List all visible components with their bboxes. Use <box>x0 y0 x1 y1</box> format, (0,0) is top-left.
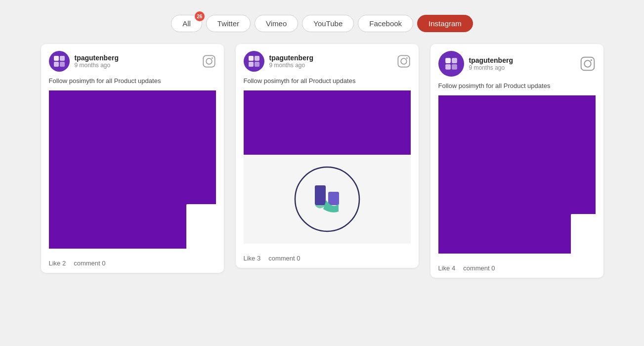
card-2-user: tpagutenberg 9 months ago <box>244 51 313 72</box>
card-1-flap <box>186 204 216 249</box>
svg-point-23 <box>590 59 592 61</box>
card-2-time: 9 months ago <box>269 62 313 69</box>
filter-youtube[interactable]: YouTube <box>302 15 354 32</box>
card-1-footer: Like 2 comment 0 <box>41 254 224 273</box>
card-2-image-bottom <box>244 155 411 244</box>
card-1-text: Follow posimyth for all Product updates <box>49 77 216 86</box>
card-3-time: 9 months ago <box>469 64 513 71</box>
card-3-username: tpagutenberg <box>469 56 513 64</box>
card-1-user-info: tpagutenberg 9 months ago <box>75 54 119 69</box>
card-1-user: tpagutenberg 9 months ago <box>49 51 119 72</box>
avatar-3 <box>438 51 464 77</box>
svg-point-6 <box>212 57 213 59</box>
instagram-icon-1 <box>202 54 216 68</box>
filter-vimeo-label: Vimeo <box>266 19 287 28</box>
svg-point-14 <box>295 167 359 231</box>
svg-point-22 <box>584 60 591 67</box>
card-1-image <box>49 90 216 249</box>
card-3-likes: Like 4 <box>438 264 456 272</box>
svg-rect-20 <box>452 64 457 70</box>
post-card-3: tpagutenberg 9 months ago Follow posimyt… <box>430 44 603 278</box>
post-card-1: tpagutenberg 9 months ago Follow posimyt… <box>41 44 224 273</box>
svg-rect-17 <box>445 58 451 63</box>
card-1-username: tpagutenberg <box>75 54 119 62</box>
cards-container: tpagutenberg 9 months ago Follow posimyt… <box>0 44 644 278</box>
card-1-header: tpagutenberg 9 months ago <box>41 44 224 77</box>
avatar-1 <box>49 51 70 72</box>
card-3-comments: comment 0 <box>463 264 495 272</box>
card-2-footer: Like 3 comment 0 <box>236 249 419 268</box>
card-2-comments: comment 0 <box>268 255 300 262</box>
svg-rect-15 <box>315 185 326 205</box>
filter-youtube-label: YouTube <box>313 19 343 28</box>
svg-rect-19 <box>445 64 451 70</box>
avatar-2 <box>244 51 264 72</box>
svg-point-12 <box>401 58 407 64</box>
card-2-username: tpagutenberg <box>269 54 313 62</box>
filter-instagram[interactable]: Instagram <box>417 15 473 32</box>
svg-rect-9 <box>249 62 254 67</box>
card-2-image-top <box>244 90 411 155</box>
card-3-header: tpagutenberg 9 months ago <box>430 44 603 82</box>
filter-vimeo[interactable]: Vimeo <box>255 15 298 32</box>
filter-bar: All 26 Twitter Vimeo YouTube Facebook In… <box>0 0 644 44</box>
svg-rect-11 <box>398 55 409 67</box>
instagram-icon-2 <box>397 54 411 68</box>
card-1-body: Follow posimyth for all Product updates <box>41 77 224 254</box>
svg-rect-3 <box>60 62 65 67</box>
card-3-image <box>438 95 596 254</box>
card-3-user-info: tpagutenberg 9 months ago <box>469 56 513 71</box>
card-1-time: 9 months ago <box>75 62 119 69</box>
card-1-comments: comment 0 <box>74 260 105 267</box>
card-3-user: tpagutenberg 9 months ago <box>438 51 513 77</box>
card-2-text: Follow posimyth for all Product updates <box>244 77 411 86</box>
posimyth-logo <box>293 165 362 234</box>
svg-rect-1 <box>60 56 65 61</box>
svg-point-5 <box>206 58 212 64</box>
card-3-text: Follow posimyth for all Product updates <box>438 82 596 90</box>
card-2-user-info: tpagutenberg 9 months ago <box>269 54 313 69</box>
card-2-header: tpagutenberg 9 months ago <box>236 44 419 77</box>
svg-rect-21 <box>581 57 594 71</box>
filter-twitter[interactable]: Twitter <box>206 15 251 32</box>
svg-point-13 <box>406 57 408 59</box>
instagram-icon-3 <box>580 56 596 72</box>
svg-rect-4 <box>203 55 215 67</box>
filter-facebook-label: Facebook <box>369 19 402 28</box>
filter-all-label: All <box>182 19 191 28</box>
card-2-likes: Like 3 <box>244 255 261 262</box>
svg-rect-7 <box>249 56 254 61</box>
card-1-likes: Like 2 <box>49 260 66 267</box>
filter-instagram-label: Instagram <box>429 19 462 28</box>
svg-rect-8 <box>255 56 259 61</box>
card-3-flap <box>571 214 596 254</box>
card-3-footer: Like 4 comment 0 <box>430 259 603 278</box>
svg-rect-18 <box>452 58 457 63</box>
filter-facebook[interactable]: Facebook <box>358 15 413 32</box>
svg-rect-16 <box>328 192 339 205</box>
card-3-body: Follow posimyth for all Product updates <box>430 82 603 259</box>
svg-rect-0 <box>54 56 59 61</box>
filter-twitter-label: Twitter <box>217 19 239 28</box>
svg-rect-2 <box>54 62 59 67</box>
filter-all-badge: 26 <box>195 11 205 21</box>
post-card-2: tpagutenberg 9 months ago Follow posimyt… <box>236 44 419 268</box>
svg-rect-10 <box>255 62 259 67</box>
filter-all[interactable]: All 26 <box>171 15 202 32</box>
card-2-body: Follow posimyth for all Product updates <box>236 77 419 249</box>
